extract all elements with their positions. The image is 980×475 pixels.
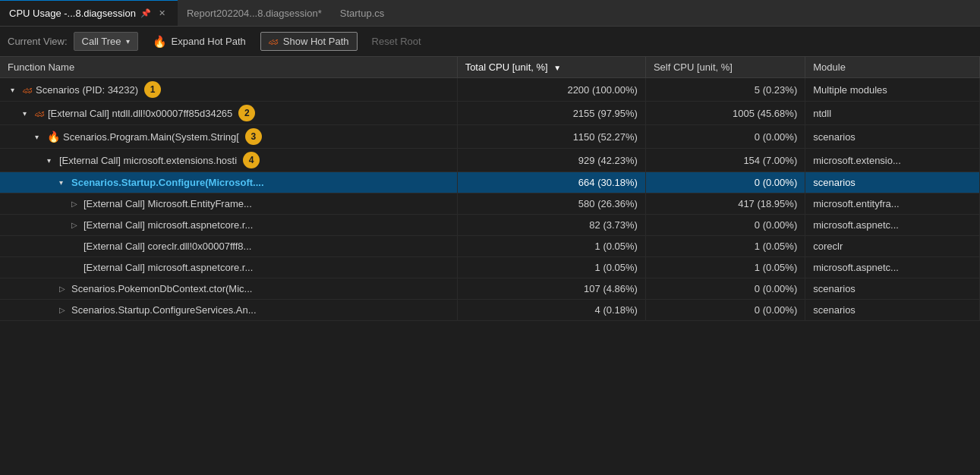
expand-icon[interactable]: ▾ — [47, 156, 56, 165]
hotpath-icon: 🏎 — [35, 108, 45, 119]
function-name-text: [External Call] microsoft.aspnetcore.r..… — [84, 262, 253, 273]
module-cell: scenarios — [805, 300, 980, 321]
module-cell: microsoft.aspnetc... — [805, 257, 980, 278]
hotpath-icon: 🏎 — [23, 84, 33, 96]
total-cpu-cell: 82 (3.73%) — [457, 215, 645, 236]
hotpath-icon: 🏎 — [269, 36, 279, 47]
hot-path-badge: 3 — [245, 128, 262, 145]
sort-arrow-icon: ▼ — [553, 64, 561, 72]
expand-icon[interactable]: ▾ — [35, 133, 44, 141]
table-row[interactable]: ▾🔥Scenarios.Program.Main(System.String[3… — [0, 125, 980, 149]
self-cpu-cell: 5 (0.23%) — [645, 78, 805, 102]
self-cpu-cell: 0 (0.00%) — [645, 215, 805, 236]
function-name-cell: ▾🏎[External Call] ntdll.dll!0x00007ff85d… — [0, 102, 457, 125]
hot-path-badge: 2 — [238, 105, 255, 121]
view-dropdown[interactable]: Call Tree ▾ — [74, 32, 138, 51]
self-cpu-cell: 154 (7.00%) — [645, 149, 805, 172]
chevron-down-icon: ▾ — [126, 37, 130, 46]
function-name-cell: ▾🏎Scenarios (PID: 34232)1 — [0, 78, 457, 102]
fire-icon: 🔥 — [47, 131, 60, 143]
module-cell: scenarios — [805, 278, 980, 300]
total-cpu-cell: 580 (26.36%) — [457, 193, 645, 215]
function-name-cell: [External Call] coreclr.dll!0x00007fff8.… — [0, 236, 457, 257]
self-cpu-cell: 0 (0.00%) — [645, 300, 805, 321]
table-row[interactable]: ▾[External Call] microsoft.extensions.ho… — [0, 149, 980, 172]
show-hot-path-button[interactable]: 🏎 Show Hot Path — [260, 32, 358, 51]
expand-icon[interactable]: ▷ — [59, 285, 68, 293]
hot-path-badge: 1 — [144, 81, 161, 98]
expand-icon[interactable]: ▾ — [11, 86, 20, 94]
expand-icon[interactable]: ▷ — [71, 221, 80, 229]
col-function-name[interactable]: Function Name — [0, 57, 457, 78]
module-cell: scenarios — [805, 172, 980, 193]
table-header: Function Name Total CPU [unit, %] ▼ Self… — [0, 57, 980, 78]
total-cpu-cell: 107 (4.86%) — [457, 278, 645, 300]
function-name-cell: ▷Scenarios.Startup.ConfigureServices.An.… — [0, 300, 457, 321]
table-row[interactable]: [External Call] microsoft.aspnetcore.r..… — [0, 257, 980, 278]
toolbar: Current View: Call Tree ▾ 🔥 Expand Hot P… — [0, 27, 980, 57]
expand-hot-path-button[interactable]: 🔥 Expand Hot Path — [144, 31, 254, 52]
reset-root-label: Reset Root — [372, 36, 421, 47]
table-row[interactable]: ▷[External Call] microsoft.aspnetcore.r.… — [0, 215, 980, 236]
table-row[interactable]: ▷Scenarios.PokemonDbContext.ctor(Mic...1… — [0, 278, 980, 300]
expand-icon[interactable]: ▷ — [71, 200, 80, 208]
function-name-text: Scenarios.Startup.ConfigureServices.An..… — [71, 304, 257, 316]
self-cpu-cell: 1 (0.05%) — [645, 236, 805, 257]
total-cpu-cell: 929 (42.23%) — [457, 149, 645, 172]
self-cpu-cell: 0 (0.00%) — [645, 278, 805, 300]
module-cell: coreclr — [805, 236, 980, 257]
tab-report-label: Report202204...8.diagsession* — [187, 8, 322, 19]
current-view-label: Current View: — [8, 36, 68, 47]
table-container: Function Name Total CPU [unit, %] ▼ Self… — [0, 57, 980, 475]
function-name-cell: ▷[External Call] Microsoft.EntityFrame..… — [0, 193, 457, 215]
table-row[interactable]: ▾🏎[External Call] ntdll.dll!0x00007ff85d… — [0, 102, 980, 125]
expand-icon[interactable]: ▾ — [23, 109, 32, 118]
self-cpu-cell: 1 (0.05%) — [645, 257, 805, 278]
view-dropdown-label: Call Tree — [82, 36, 121, 47]
call-tree-table: Function Name Total CPU [unit, %] ▼ Self… — [0, 57, 980, 321]
total-cpu-cell: 2155 (97.95%) — [457, 102, 645, 125]
module-cell: ntdll — [805, 102, 980, 125]
function-name-text: [External Call] Microsoft.EntityFrame... — [84, 198, 252, 209]
tab-cpu-usage[interactable]: CPU Usage -...8.diagsession 📌 ✕ — [0, 0, 178, 26]
function-name-text: [External Call] coreclr.dll!0x00007fff8.… — [84, 241, 251, 252]
tab-report[interactable]: Report202204...8.diagsession* — [178, 0, 331, 26]
function-name-cell: ▷Scenarios.PokemonDbContext.ctor(Mic... — [0, 278, 457, 300]
col-self-cpu[interactable]: Self CPU [unit, %] — [645, 57, 805, 78]
col-total-cpu[interactable]: Total CPU [unit, %] ▼ — [457, 57, 645, 78]
total-cpu-cell: 4 (0.18%) — [457, 300, 645, 321]
total-cpu-cell: 664 (30.18%) — [457, 172, 645, 193]
function-name-text: Scenarios (PID: 34232) — [36, 84, 138, 96]
function-name-cell: ▷[External Call] microsoft.aspnetcore.r.… — [0, 215, 457, 236]
self-cpu-cell: 0 (0.00%) — [645, 125, 805, 149]
table-row[interactable]: [External Call] coreclr.dll!0x00007fff8.… — [0, 236, 980, 257]
function-name-text: [External Call] microsoft.aspnetcore.r..… — [84, 219, 253, 231]
table-row[interactable]: ▾Scenarios.Startup.Configure(Microsoft..… — [0, 172, 980, 193]
table-row[interactable]: ▷Scenarios.Startup.ConfigureServices.An.… — [0, 300, 980, 321]
tab-pin-icon[interactable]: 📌 — [140, 8, 151, 18]
self-cpu-cell: 1005 (45.68%) — [645, 102, 805, 125]
tab-bar: CPU Usage -...8.diagsession 📌 ✕ Report20… — [0, 0, 980, 27]
tab-startup[interactable]: Startup.cs — [331, 0, 394, 26]
total-cpu-cell: 1150 (52.27%) — [457, 125, 645, 149]
col-module[interactable]: Module — [805, 57, 980, 78]
expand-icon[interactable]: ▾ — [59, 178, 68, 187]
function-name-text: [External Call] ntdll.dll!0x00007ff85d34… — [48, 108, 232, 119]
function-name-cell: ▾Scenarios.Startup.Configure(Microsoft..… — [0, 172, 457, 193]
table-body: ▾🏎Scenarios (PID: 34232)12200 (100.00%)5… — [0, 78, 980, 321]
module-cell: microsoft.aspnetc... — [805, 215, 980, 236]
total-cpu-cell: 1 (0.05%) — [457, 236, 645, 257]
self-cpu-cell: 417 (18.95%) — [645, 193, 805, 215]
module-cell: Multiple modules — [805, 78, 980, 102]
reset-root-button[interactable]: Reset Root — [364, 32, 430, 51]
expand-icon[interactable]: ▷ — [59, 306, 68, 314]
table-row[interactable]: ▾🏎Scenarios (PID: 34232)12200 (100.00%)5… — [0, 78, 980, 102]
expand-hot-path-label: Expand Hot Path — [172, 36, 246, 47]
self-cpu-cell: 0 (0.00%) — [645, 172, 805, 193]
fire-icon: 🔥 — [153, 35, 167, 49]
table-row[interactable]: ▷[External Call] Microsoft.EntityFrame..… — [0, 193, 980, 215]
tab-close-icon[interactable]: ✕ — [156, 7, 169, 20]
tab-startup-label: Startup.cs — [340, 8, 385, 19]
hot-path-badge: 4 — [243, 152, 260, 168]
show-hot-path-label: Show Hot Path — [283, 36, 349, 47]
